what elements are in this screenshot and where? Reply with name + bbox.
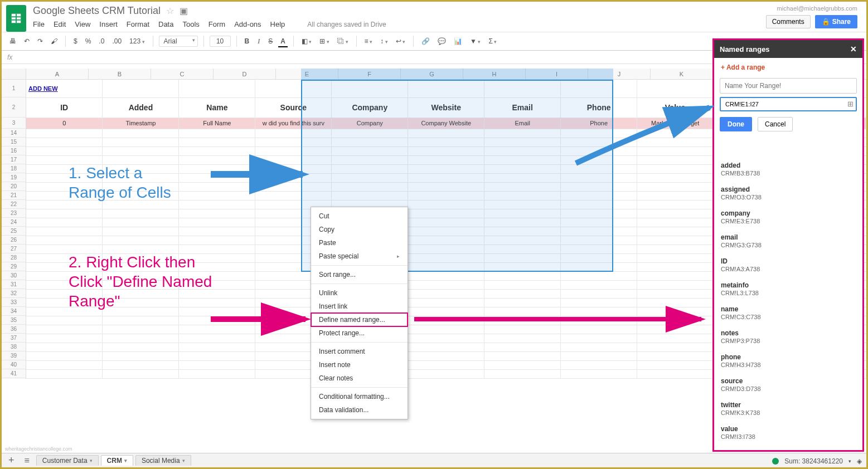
- star-icon[interactable]: ☆: [166, 6, 174, 16]
- named-range-item[interactable]: sourceCRM!D3:D738: [720, 373, 857, 397]
- cell[interactable]: [484, 289, 561, 298]
- cell[interactable]: [332, 138, 408, 146]
- cell[interactable]: Marketing Budget: [637, 118, 714, 129]
- borders-button[interactable]: ⊞: [317, 36, 332, 46]
- named-range-item[interactable]: notesCRM!P3:P738: [720, 325, 857, 349]
- menu-view[interactable]: View: [75, 20, 90, 28]
- cell[interactable]: [637, 280, 714, 289]
- cell[interactable]: [484, 164, 561, 173]
- col-header-K[interactable]: K: [651, 69, 713, 79]
- cell[interactable]: Source: [255, 97, 332, 118]
- cell[interactable]: [255, 138, 332, 146]
- ctx-cut[interactable]: Cut: [311, 209, 408, 223]
- ctx-insert-comment[interactable]: Insert comment: [311, 345, 408, 358]
- cell[interactable]: [484, 173, 561, 182]
- cell[interactable]: [561, 334, 637, 343]
- cell[interactable]: [332, 173, 408, 182]
- font-size-select[interactable]: 10: [210, 36, 231, 47]
- chart-icon[interactable]: 📊: [452, 36, 464, 46]
- cell[interactable]: Email: [484, 97, 561, 118]
- col-header-G[interactable]: G: [401, 69, 463, 79]
- cell[interactable]: [637, 155, 714, 164]
- cell[interactable]: [408, 155, 484, 164]
- row-header[interactable]: 1: [2, 80, 26, 97]
- named-range-item[interactable]: emailCRM!G3:G738: [720, 229, 857, 253]
- row-header[interactable]: 35: [2, 316, 26, 325]
- cell[interactable]: [561, 227, 637, 236]
- cell[interactable]: [408, 182, 484, 191]
- cell[interactable]: [26, 227, 103, 236]
- cell[interactable]: [561, 298, 637, 307]
- cell[interactable]: [637, 209, 714, 218]
- decrease-decimal-button[interactable]: .0: [96, 36, 106, 46]
- cell[interactable]: [103, 351, 179, 360]
- cell[interactable]: [408, 164, 484, 173]
- col-header-A[interactable]: A: [26, 69, 89, 79]
- ctx-define-named-range[interactable]: Define named range...: [311, 313, 408, 326]
- cell[interactable]: [561, 280, 637, 289]
- cell[interactable]: [561, 325, 637, 334]
- row-header[interactable]: 15: [2, 138, 26, 146]
- ctx-data-validation[interactable]: Data validation...: [311, 403, 408, 417]
- share-button[interactable]: 🔒Share: [815, 15, 857, 28]
- col-header-B[interactable]: B: [89, 69, 151, 79]
- row-header[interactable]: 25: [2, 227, 26, 236]
- cell[interactable]: [484, 271, 561, 280]
- cell[interactable]: [179, 191, 255, 200]
- col-header-F[interactable]: F: [338, 69, 401, 79]
- cell[interactable]: [637, 245, 714, 253]
- cell[interactable]: [484, 227, 561, 236]
- cell[interactable]: [255, 155, 332, 164]
- cell[interactable]: [255, 146, 332, 155]
- sum-display[interactable]: Sum: 38243461220: [784, 457, 843, 465]
- cell[interactable]: [484, 343, 561, 351]
- cell[interactable]: [637, 191, 714, 200]
- ctx-insert-link[interactable]: Insert link: [311, 300, 408, 313]
- cell[interactable]: [408, 218, 484, 227]
- cell[interactable]: [637, 182, 714, 191]
- cell[interactable]: [408, 316, 484, 325]
- number-format-button[interactable]: 123: [127, 36, 147, 46]
- cell[interactable]: [561, 307, 637, 316]
- cell[interactable]: [255, 129, 332, 138]
- cell[interactable]: [26, 343, 103, 351]
- cell[interactable]: [484, 325, 561, 334]
- cell[interactable]: [408, 343, 484, 351]
- folder-icon[interactable]: ▣: [180, 6, 188, 16]
- cell[interactable]: [637, 289, 714, 298]
- cell[interactable]: [408, 271, 484, 280]
- cell[interactable]: [484, 316, 561, 325]
- cell[interactable]: [103, 218, 179, 227]
- cell[interactable]: [255, 182, 332, 191]
- cell[interactable]: [484, 200, 561, 209]
- valign-button[interactable]: ↕: [378, 36, 390, 46]
- row-header[interactable]: 3: [2, 118, 26, 129]
- row-header[interactable]: 14: [2, 129, 26, 138]
- cell[interactable]: [637, 253, 714, 262]
- cell[interactable]: [179, 173, 255, 182]
- merge-button[interactable]: ⿻: [335, 36, 351, 46]
- cell[interactable]: [26, 129, 103, 138]
- cell[interactable]: [103, 146, 179, 155]
- cell[interactable]: Company: [332, 97, 408, 118]
- cell[interactable]: [561, 191, 637, 200]
- cell[interactable]: [484, 351, 561, 360]
- fill-color-button[interactable]: ◧: [299, 36, 314, 46]
- cell[interactable]: [637, 298, 714, 307]
- cell[interactable]: [408, 280, 484, 289]
- cell[interactable]: [103, 129, 179, 138]
- cell[interactable]: [103, 369, 179, 378]
- named-range-item[interactable]: twitterCRM!K3:K738: [720, 397, 857, 421]
- cell[interactable]: [484, 245, 561, 253]
- cell[interactable]: [26, 209, 103, 218]
- cell[interactable]: [561, 253, 637, 262]
- cell[interactable]: [408, 138, 484, 146]
- cell[interactable]: [179, 343, 255, 351]
- cell[interactable]: [637, 227, 714, 236]
- comments-button[interactable]: Comments: [766, 15, 811, 28]
- cell[interactable]: [332, 146, 408, 155]
- row-header[interactable]: 16: [2, 146, 26, 155]
- add-range-link[interactable]: + Add a range: [714, 58, 862, 77]
- cell[interactable]: [332, 191, 408, 200]
- cell[interactable]: [255, 80, 332, 97]
